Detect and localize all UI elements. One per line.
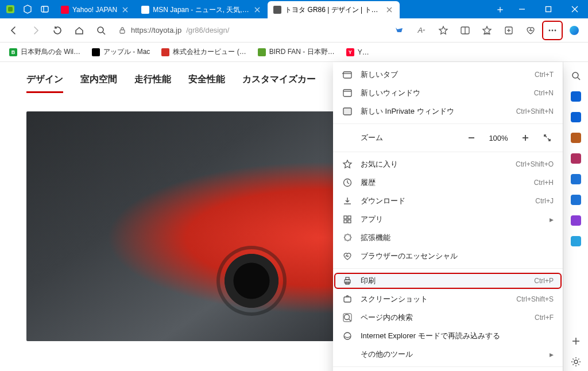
svg-rect-50 [344,297,351,302]
edge-sidebar [563,62,588,371]
new-tab-button[interactable]: ＋ [492,0,509,18]
svg-point-51 [345,315,350,320]
tab-close-icon[interactable] [253,5,262,14]
settings-more-button[interactable] [542,21,563,40]
sidebar-app-icon[interactable] [567,129,585,147]
window-close-button[interactable] [562,0,588,18]
menu-item-ie-mode[interactable]: Internet Explorer モードで再読み込みする [333,327,563,345]
bookmark-item[interactable]: 株式会社カービュー (… [157,45,250,59]
nav-forward-button[interactable] [25,21,46,40]
chevron-right-icon: ▸ [550,215,554,224]
zoom-in-button[interactable] [517,130,534,146]
menu-item-extensions[interactable]: 拡張機能 [333,229,563,247]
favorites-hub-icon[interactable] [477,21,497,40]
menu-item-print[interactable]: 印刷 Ctrl+P [333,272,563,290]
window-minimize-button[interactable] [509,0,535,18]
zoom-label: ズーム [361,133,458,143]
address-bar[interactable]: https://toyota.jp/gr86/design/ [113,22,388,39]
split-screen-icon[interactable] [455,21,475,40]
page-nav-item[interactable]: 走行性能 [134,74,171,93]
sidebar-app-icon[interactable] [567,108,585,126]
window-controls [509,0,588,18]
menu-item-shortcut: Ctrl+N [534,89,554,97]
collections-icon[interactable] [498,21,519,40]
svg-rect-11 [546,7,551,12]
menu-item-label: ダウンロード [361,196,527,206]
bookmark-item[interactable]: BIRD FAN - 日本野… [253,45,339,59]
menu-item-new-window[interactable]: 新しいウィンドウ Ctrl+N [333,84,563,102]
menu-item-apps[interactable]: アプリ ▸ [333,210,563,229]
content-area: デザイン室内空間走行性能安全性能カスタマイズカーア… 新しいタブ Ctrl+T … [0,62,588,371]
menu-item-shortcut: Ctrl+Shift+S [516,295,554,303]
nav-search-button[interactable] [91,21,111,40]
menu-separator [333,123,563,124]
read-aloud-icon[interactable]: A» [411,21,432,40]
tab-actions-icon[interactable] [40,5,49,14]
sidebar-app-icon[interactable] [567,191,585,209]
copilot-icon[interactable] [564,21,585,40]
plus-icon[interactable] [567,332,585,350]
bookmark-favicon [258,48,266,56]
svg-rect-45 [344,220,347,223]
menu-item-new-inprivate[interactable]: 新しい InPrivate ウィンドウ Ctrl+Shift+N [333,102,563,121]
menu-item-label: その他のツール [361,349,541,360]
browser-health-icon[interactable] [520,21,541,40]
menu-item-screenshot[interactable]: スクリーンショット Ctrl+Shift+S [333,290,563,308]
sidebar-search-icon[interactable] [567,67,585,85]
browser-tab[interactable]: MSN Japan - ニュース, 天気, メール (… [136,1,268,18]
tab-label: Yahoo! JAPAN [72,6,117,14]
bookmark-item[interactable]: B 日本野鳥の会 Wil… [5,45,85,59]
nav-back-button[interactable] [3,21,24,40]
sidebar-settings-icon[interactable] [567,353,585,371]
profile-icon[interactable] [6,5,15,14]
site-info-icon[interactable] [118,26,126,34]
svg-point-31 [574,360,578,364]
page-nav-item[interactable]: 室内空間 [80,74,117,93]
sidebar-app-icon[interactable] [567,87,585,106]
menu-item-find[interactable]: ページ内の検索 Ctrl+F [333,308,563,327]
pulse-icon [342,251,353,261]
workspace-icon[interactable] [23,5,32,14]
favorites-star-button[interactable] [433,21,454,40]
tab-icon [342,69,353,80]
tab-close-icon[interactable] [121,5,130,14]
shopping-icon[interactable] [389,21,410,40]
browser-tab[interactable]: トヨタ GR86 | デザイン | トヨタ自動車 [268,1,400,18]
menu-item-history[interactable]: 履歴 Ctrl+H [333,173,563,192]
sidebar-app-icon[interactable] [567,149,585,168]
bookmark-favicon [92,48,100,56]
tab-close-icon[interactable] [385,5,394,14]
menu-item-favorites[interactable]: お気に入り Ctrl+Shift+O [333,155,563,173]
svg-rect-37 [343,108,351,115]
menu-item-shortcut: Ctrl+P [534,277,554,285]
page-nav-item[interactable]: デザイン [26,74,63,93]
titlebar-left [0,0,55,18]
sidebar-app-icon[interactable] [567,170,585,188]
blank-icon [342,349,353,360]
menu-item-essentials[interactable]: ブラウザーのエッセンシャル [333,247,563,265]
menu-item-label: アプリ [361,214,541,225]
nav-home-button[interactable] [69,21,90,40]
menu-item-label: 新しいウィンドウ [361,88,526,98]
svg-rect-1 [8,7,13,11]
fullscreen-button[interactable] [539,130,556,146]
menu-item-label: 印刷 [361,276,526,286]
page-nav-item[interactable]: カスタマイズカー [242,74,316,93]
menu-item-label: ページ内の検索 [361,312,527,323]
sidebar-app-icon[interactable] [567,211,585,230]
menu-item-downloads[interactable]: ダウンロード Ctrl+J [333,192,563,210]
sidebar-app-icon[interactable] [567,232,585,250]
history-icon [342,177,353,188]
browser-tab[interactable]: Yahoo! JAPAN [55,1,136,18]
page-nav-item[interactable]: 安全性能 [188,74,225,93]
menu-item-label: Internet Explorer モードで再読み込みする [361,331,554,341]
bookmark-item[interactable]: Y Y… [342,46,374,59]
svg-line-28 [578,78,580,80]
nav-refresh-button[interactable] [47,21,68,40]
tab-favicon [61,6,69,14]
menu-item-new-tab[interactable]: 新しいタブ Ctrl+T [333,65,563,84]
bookmark-item[interactable]: アップル - Mac [87,45,154,59]
zoom-out-button[interactable] [463,130,480,146]
window-maximize-button[interactable] [535,0,562,18]
menu-item-more-tools[interactable]: その他のツール ▸ [333,345,563,364]
